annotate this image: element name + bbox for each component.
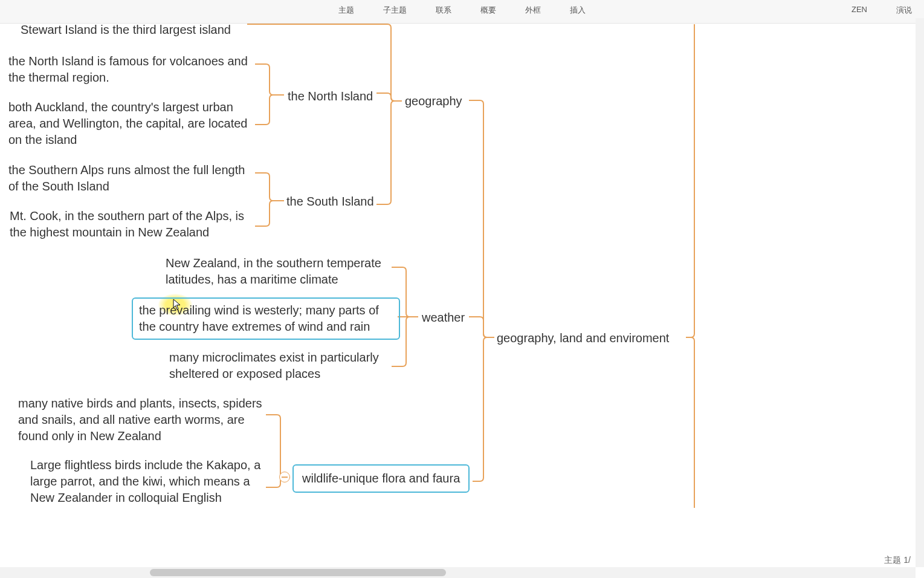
status-text: 主题 1/ [884, 555, 911, 566]
toolbar-present[interactable]: 演说 [896, 5, 912, 16]
node-north-famous[interactable]: the North Island is famous for volcanoes… [8, 53, 256, 86]
node-auckland[interactable]: both Auckland, the country's largest urb… [8, 99, 256, 148]
toolbar-boundary[interactable]: 外框 [525, 5, 541, 16]
toolbar-theme[interactable]: 主题 [338, 5, 354, 16]
node-maritime[interactable]: New Zealand, in the southern temperate l… [166, 255, 389, 288]
toolbar-zen[interactable]: ZEN [851, 5, 867, 16]
node-root[interactable]: geography, land and enviroment [497, 330, 669, 346]
node-stewart[interactable]: Stewart Island is the third largest isla… [21, 22, 250, 38]
toolbar-summary[interactable]: 概要 [480, 5, 496, 16]
toolbar-relation[interactable]: 联系 [436, 5, 451, 16]
toolbar-subtheme[interactable]: 子主题 [383, 5, 407, 16]
node-geography[interactable]: geography [405, 93, 462, 109]
node-southern-alps[interactable]: the Southern Alps runs almost the full l… [8, 162, 256, 195]
toolbar-insert[interactable]: 插入 [570, 5, 586, 16]
toolbar: 主题 子主题 联系 概要 外框 插入 ZEN 演说 [0, 0, 924, 24]
node-south-island[interactable]: the South Island [286, 193, 374, 210]
horizontal-scrollbar-thumb[interactable] [150, 569, 446, 576]
node-north-island[interactable]: the North Island [288, 88, 373, 105]
node-wildlife-selected[interactable]: wildlife-unique flora and faura [292, 464, 470, 493]
node-native[interactable]: many native birds and plants, insects, s… [18, 395, 269, 444]
horizontal-scrollbar[interactable] [0, 567, 916, 578]
vertical-scrollbar[interactable] [916, 18, 924, 567]
node-microclimates[interactable]: many microclimates exist in particularly… [169, 349, 390, 382]
node-flightless[interactable]: Large flightless birds include the Kakap… [30, 457, 269, 506]
node-prevailing-selected[interactable]: the prevailing wind is westerly; many pa… [132, 297, 400, 340]
node-weather[interactable]: weather [422, 310, 465, 326]
node-mtcook[interactable]: Mt. Cook, in the southern part of the Al… [10, 208, 257, 241]
cursor-icon [173, 299, 181, 311]
collapse-handle-icon[interactable] [279, 472, 290, 482]
